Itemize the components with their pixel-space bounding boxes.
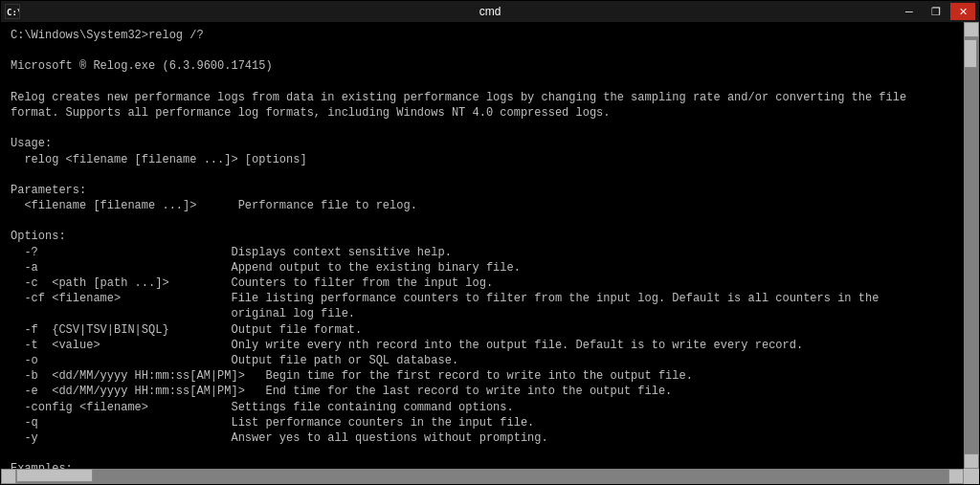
vertical-scrollbar[interactable]: ▲ ▼ xyxy=(964,22,979,469)
svg-text:C:\: C:\ xyxy=(7,8,19,17)
scroll-thumb-horizontal[interactable] xyxy=(16,469,93,482)
window: C:\ cmd ─ ❐ ✕ C:\Windows\System32>relog … xyxy=(0,0,980,485)
terminal-text-area: C:\Windows\System32>relog /? Microsoft ®… xyxy=(7,26,973,480)
terminal-content: C:\Windows\System32>relog /? Microsoft ®… xyxy=(11,28,956,480)
restore-button[interactable]: ❐ xyxy=(924,3,948,20)
scroll-right-button[interactable]: ► xyxy=(948,469,964,484)
cmd-icon: C:\ xyxy=(5,4,20,19)
scroll-track-vertical[interactable] xyxy=(964,37,979,453)
horizontal-scrollbar[interactable]: ◄ ► xyxy=(1,469,964,484)
window-controls: ─ ❐ ✕ xyxy=(897,3,975,20)
title-bar-left: C:\ xyxy=(5,4,20,19)
scrollbar-corner xyxy=(964,469,979,484)
window-title: cmd xyxy=(479,5,501,18)
title-bar: C:\ cmd ─ ❐ ✕ xyxy=(1,1,979,22)
scroll-down-button[interactable]: ▼ xyxy=(964,453,979,469)
minimize-button[interactable]: ─ xyxy=(897,3,922,20)
close-button[interactable]: ✕ xyxy=(950,3,975,20)
scroll-track-horizontal[interactable] xyxy=(16,469,948,484)
scroll-up-button[interactable]: ▲ xyxy=(964,22,979,37)
scroll-thumb-vertical[interactable] xyxy=(964,39,977,68)
terminal-wrapper: C:\Windows\System32>relog /? Microsoft ®… xyxy=(1,22,979,484)
terminal-body[interactable]: C:\Windows\System32>relog /? Microsoft ®… xyxy=(1,22,979,484)
scroll-left-button[interactable]: ◄ xyxy=(1,469,16,484)
